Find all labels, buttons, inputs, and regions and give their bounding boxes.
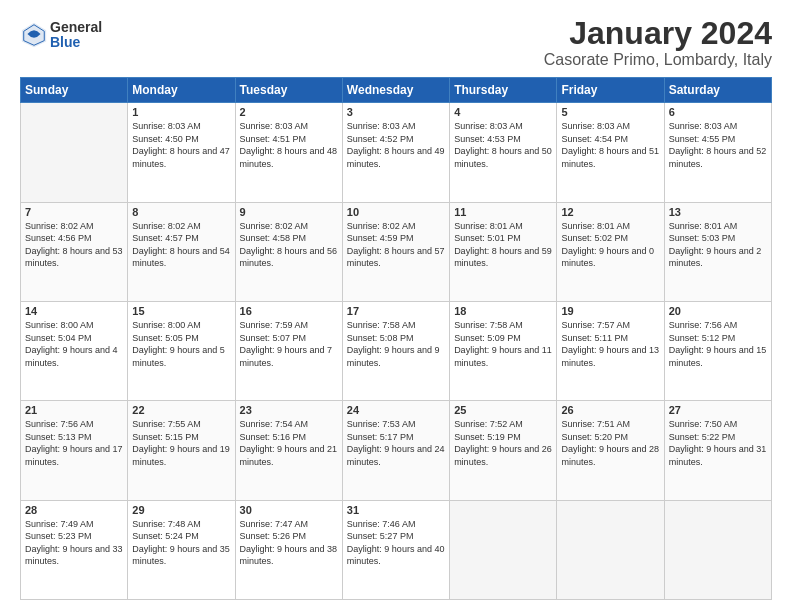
daylight-text: Daylight: 8 hours and 57 minutes.: [347, 246, 445, 269]
sunset-text: Sunset: 4:50 PM: [132, 134, 199, 144]
daylight-text: Daylight: 8 hours and 48 minutes.: [240, 146, 338, 169]
table-row: [21, 103, 128, 202]
sunset-text: Sunset: 4:52 PM: [347, 134, 414, 144]
table-row: 14Sunrise: 8:00 AMSunset: 5:04 PMDayligh…: [21, 301, 128, 400]
sunrise-text: Sunrise: 7:56 AM: [25, 419, 94, 429]
day-number: 22: [132, 404, 230, 416]
daylight-text: Daylight: 9 hours and 24 minutes.: [347, 444, 445, 467]
day-info: Sunrise: 7:49 AMSunset: 5:23 PMDaylight:…: [25, 518, 123, 568]
sunset-text: Sunset: 5:24 PM: [132, 531, 199, 541]
sunrise-text: Sunrise: 7:56 AM: [669, 320, 738, 330]
day-info: Sunrise: 8:03 AMSunset: 4:54 PMDaylight:…: [561, 120, 659, 170]
sunset-text: Sunset: 5:22 PM: [669, 432, 736, 442]
daylight-text: Daylight: 8 hours and 53 minutes.: [25, 246, 123, 269]
sunrise-text: Sunrise: 7:58 AM: [454, 320, 523, 330]
daylight-text: Daylight: 8 hours and 54 minutes.: [132, 246, 230, 269]
table-row: 10Sunrise: 8:02 AMSunset: 4:59 PMDayligh…: [342, 202, 449, 301]
sunrise-text: Sunrise: 8:02 AM: [25, 221, 94, 231]
daylight-text: Daylight: 9 hours and 21 minutes.: [240, 444, 338, 467]
sunset-text: Sunset: 5:16 PM: [240, 432, 307, 442]
daylight-text: Daylight: 9 hours and 35 minutes.: [132, 544, 230, 567]
daylight-text: Daylight: 9 hours and 0 minutes.: [561, 246, 654, 269]
sunrise-text: Sunrise: 7:48 AM: [132, 519, 201, 529]
sunrise-text: Sunrise: 7:54 AM: [240, 419, 309, 429]
sunset-text: Sunset: 5:02 PM: [561, 233, 628, 243]
table-row: 21Sunrise: 7:56 AMSunset: 5:13 PMDayligh…: [21, 401, 128, 500]
table-row: 23Sunrise: 7:54 AMSunset: 5:16 PMDayligh…: [235, 401, 342, 500]
daylight-text: Daylight: 9 hours and 33 minutes.: [25, 544, 123, 567]
day-number: 2: [240, 106, 338, 118]
sunset-text: Sunset: 5:11 PM: [561, 333, 628, 343]
day-info: Sunrise: 7:59 AMSunset: 5:07 PMDaylight:…: [240, 319, 338, 369]
table-row: 2Sunrise: 8:03 AMSunset: 4:51 PMDaylight…: [235, 103, 342, 202]
sunset-text: Sunset: 5:12 PM: [669, 333, 736, 343]
sunrise-text: Sunrise: 8:03 AM: [132, 121, 201, 131]
sunset-text: Sunset: 5:26 PM: [240, 531, 307, 541]
header-row: Sunday Monday Tuesday Wednesday Thursday…: [21, 78, 772, 103]
table-row: 19Sunrise: 7:57 AMSunset: 5:11 PMDayligh…: [557, 301, 664, 400]
col-tuesday: Tuesday: [235, 78, 342, 103]
day-number: 15: [132, 305, 230, 317]
table-row: 13Sunrise: 8:01 AMSunset: 5:03 PMDayligh…: [664, 202, 771, 301]
sunset-text: Sunset: 4:56 PM: [25, 233, 92, 243]
sunrise-text: Sunrise: 7:52 AM: [454, 419, 523, 429]
sunrise-text: Sunrise: 7:51 AM: [561, 419, 630, 429]
sunset-text: Sunset: 5:23 PM: [25, 531, 92, 541]
day-number: 30: [240, 504, 338, 516]
logo: General Blue: [20, 20, 102, 51]
sunrise-text: Sunrise: 8:01 AM: [669, 221, 738, 231]
calendar-week-1: 1Sunrise: 8:03 AMSunset: 4:50 PMDaylight…: [21, 103, 772, 202]
day-number: 10: [347, 206, 445, 218]
day-info: Sunrise: 8:03 AMSunset: 4:53 PMDaylight:…: [454, 120, 552, 170]
sunset-text: Sunset: 5:17 PM: [347, 432, 414, 442]
day-info: Sunrise: 7:54 AMSunset: 5:16 PMDaylight:…: [240, 418, 338, 468]
sunrise-text: Sunrise: 8:02 AM: [240, 221, 309, 231]
day-info: Sunrise: 7:56 AMSunset: 5:12 PMDaylight:…: [669, 319, 767, 369]
sunset-text: Sunset: 5:27 PM: [347, 531, 414, 541]
table-row: 22Sunrise: 7:55 AMSunset: 5:15 PMDayligh…: [128, 401, 235, 500]
sunrise-text: Sunrise: 8:01 AM: [454, 221, 523, 231]
table-row: 16Sunrise: 7:59 AMSunset: 5:07 PMDayligh…: [235, 301, 342, 400]
day-info: Sunrise: 8:00 AMSunset: 5:05 PMDaylight:…: [132, 319, 230, 369]
daylight-text: Daylight: 9 hours and 5 minutes.: [132, 345, 225, 368]
day-info: Sunrise: 8:03 AMSunset: 4:55 PMDaylight:…: [669, 120, 767, 170]
day-info: Sunrise: 8:02 AMSunset: 4:59 PMDaylight:…: [347, 220, 445, 270]
sunset-text: Sunset: 5:09 PM: [454, 333, 521, 343]
day-info: Sunrise: 7:51 AMSunset: 5:20 PMDaylight:…: [561, 418, 659, 468]
day-info: Sunrise: 8:01 AMSunset: 5:02 PMDaylight:…: [561, 220, 659, 270]
sunrise-text: Sunrise: 8:03 AM: [240, 121, 309, 131]
sunset-text: Sunset: 5:15 PM: [132, 432, 199, 442]
day-info: Sunrise: 8:02 AMSunset: 4:56 PMDaylight:…: [25, 220, 123, 270]
table-row: 27Sunrise: 7:50 AMSunset: 5:22 PMDayligh…: [664, 401, 771, 500]
table-row: 25Sunrise: 7:52 AMSunset: 5:19 PMDayligh…: [450, 401, 557, 500]
daylight-text: Daylight: 9 hours and 11 minutes.: [454, 345, 552, 368]
day-info: Sunrise: 8:01 AMSunset: 5:03 PMDaylight:…: [669, 220, 767, 270]
calendar-week-2: 7Sunrise: 8:02 AMSunset: 4:56 PMDaylight…: [21, 202, 772, 301]
logo-general-text: General: [50, 20, 102, 35]
table-row: [450, 500, 557, 599]
col-wednesday: Wednesday: [342, 78, 449, 103]
day-info: Sunrise: 8:02 AMSunset: 4:57 PMDaylight:…: [132, 220, 230, 270]
daylight-text: Daylight: 8 hours and 59 minutes.: [454, 246, 552, 269]
day-number: 8: [132, 206, 230, 218]
day-number: 23: [240, 404, 338, 416]
day-number: 27: [669, 404, 767, 416]
day-info: Sunrise: 8:00 AMSunset: 5:04 PMDaylight:…: [25, 319, 123, 369]
daylight-text: Daylight: 9 hours and 28 minutes.: [561, 444, 659, 467]
col-saturday: Saturday: [664, 78, 771, 103]
day-info: Sunrise: 7:58 AMSunset: 5:08 PMDaylight:…: [347, 319, 445, 369]
sunset-text: Sunset: 5:01 PM: [454, 233, 521, 243]
calendar-table: Sunday Monday Tuesday Wednesday Thursday…: [20, 77, 772, 600]
day-number: 9: [240, 206, 338, 218]
logo-blue-text: Blue: [50, 35, 102, 50]
table-row: 1Sunrise: 8:03 AMSunset: 4:50 PMDaylight…: [128, 103, 235, 202]
col-sunday: Sunday: [21, 78, 128, 103]
daylight-text: Daylight: 9 hours and 15 minutes.: [669, 345, 767, 368]
daylight-text: Daylight: 9 hours and 7 minutes.: [240, 345, 333, 368]
daylight-text: Daylight: 9 hours and 4 minutes.: [25, 345, 118, 368]
daylight-text: Daylight: 8 hours and 47 minutes.: [132, 146, 230, 169]
sunrise-text: Sunrise: 8:03 AM: [669, 121, 738, 131]
sunrise-text: Sunrise: 8:03 AM: [454, 121, 523, 131]
table-row: 30Sunrise: 7:47 AMSunset: 5:26 PMDayligh…: [235, 500, 342, 599]
sunset-text: Sunset: 5:08 PM: [347, 333, 414, 343]
